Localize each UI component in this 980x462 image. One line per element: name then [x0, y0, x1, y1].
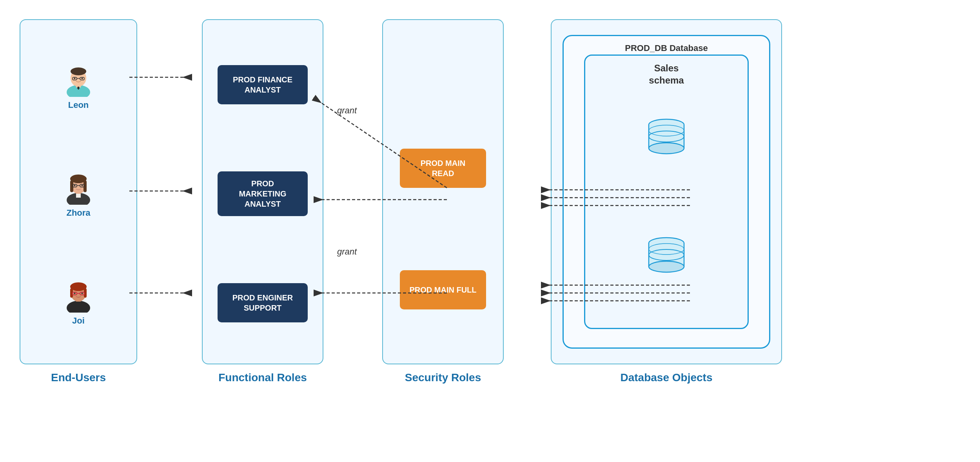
end-users-box: Leon	[20, 19, 137, 364]
svg-point-45	[649, 261, 684, 272]
user-leon: Leon	[61, 62, 96, 110]
security-roles-column: PROD MAIN READ PROD MAIN FULL Security R…	[372, 19, 514, 443]
svg-point-22	[82, 185, 83, 186]
svg-point-9	[74, 78, 76, 79]
user-zhora: Zhora	[61, 169, 96, 218]
end-users-label: End-Users	[51, 371, 106, 384]
role-marketing-analyst: PROD MARKETING ANALYST	[218, 171, 308, 216]
user-joi: Joi	[61, 277, 96, 326]
joi-avatar	[61, 277, 96, 313]
functional-roles-column: PROD FINANCE ANALYST PROD MARKETING ANAL…	[192, 19, 333, 443]
diagram-container: Leon	[12, 19, 968, 443]
svg-point-32	[74, 293, 76, 294]
db-table-2	[643, 233, 690, 280]
role-finance-analyst: PROD FINANCE ANALYST	[218, 65, 308, 104]
security-role-full: PROD MAIN FULL	[400, 270, 486, 309]
functional-roles-box: PROD FINANCE ANALYST PROD MARKETING ANAL…	[202, 19, 323, 364]
security-role-read: PROD MAIN READ	[400, 149, 486, 188]
zhora-name: Zhora	[66, 208, 90, 218]
svg-point-10	[82, 78, 83, 79]
zhora-avatar	[61, 169, 96, 205]
functional-roles-label: Functional Roles	[218, 371, 307, 384]
role-engineer-support: PROD ENGINER SUPPORT	[218, 283, 308, 322]
svg-point-5	[71, 67, 86, 75]
sales-schema-label: Salesschema	[649, 62, 684, 86]
grant-label-2: grant	[337, 247, 357, 257]
sales-schema-inner: Salesschema	[584, 55, 749, 329]
leon-name: Leon	[68, 100, 89, 110]
security-roles-label: Security Roles	[405, 371, 481, 384]
security-roles-box: PROD MAIN READ PROD MAIN FULL	[382, 19, 504, 364]
svg-point-38	[649, 143, 684, 154]
end-users-column: Leon	[12, 19, 145, 443]
svg-point-21	[74, 185, 76, 186]
database-objects-box: PROD_DB Database Salesschema	[551, 19, 782, 364]
db-table-1	[643, 115, 690, 162]
grant-label-1: grant	[337, 105, 357, 116]
svg-point-33	[82, 293, 83, 294]
prod-db-outer: PROD_DB Database Salesschema	[563, 35, 770, 349]
leon-avatar	[61, 62, 96, 97]
database-objects-column: PROD_DB Database Salesschema	[545, 19, 788, 443]
prod-db-label: PROD_DB Database	[625, 43, 708, 53]
svg-point-23	[67, 301, 90, 313]
database-objects-label: Database Objects	[621, 371, 713, 384]
joi-name: Joi	[72, 316, 85, 326]
